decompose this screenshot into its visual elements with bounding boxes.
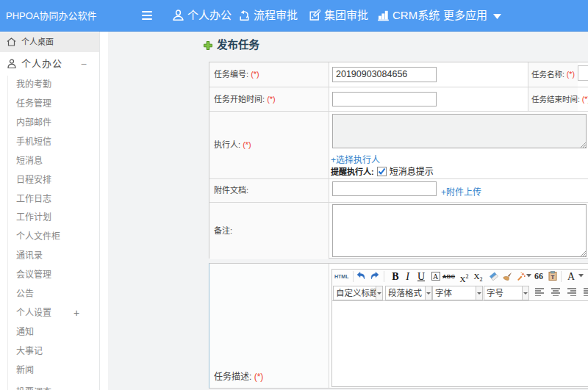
- svg-text:T: T: [551, 274, 554, 281]
